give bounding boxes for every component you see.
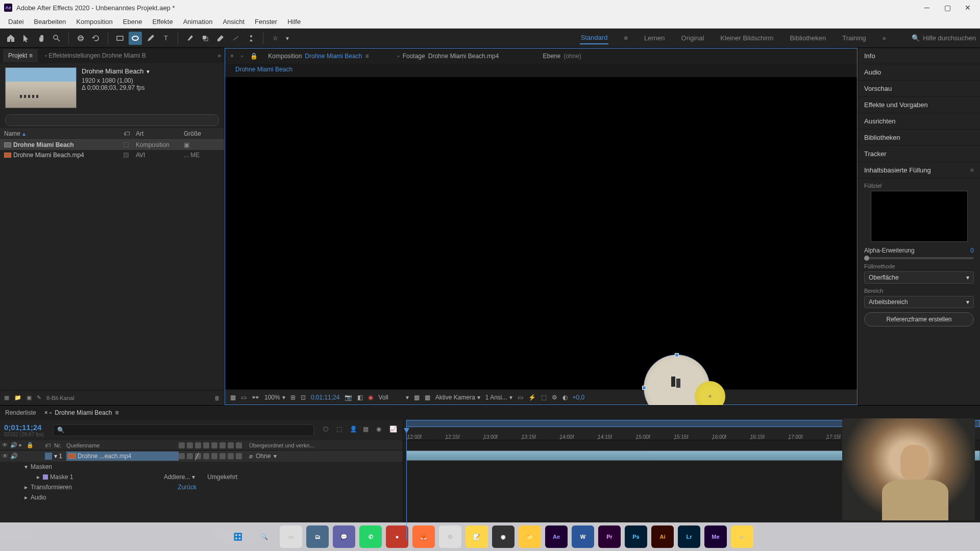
pen-tool[interactable] (144, 32, 157, 45)
menu-ansicht[interactable]: Ansicht (217, 16, 250, 28)
rectangle-tool[interactable] (113, 32, 127, 45)
resolution-icon[interactable]: ⊞ (290, 394, 296, 401)
prop-audio[interactable]: ▸ Audio (0, 492, 403, 503)
panel-content-aware-fill[interactable]: Inhaltsbasierte Füllung≡ (858, 162, 980, 179)
taskbar-overflow[interactable]: ▸ (731, 525, 753, 548)
label-swatch[interactable] (124, 142, 129, 147)
workspace-kleiner[interactable]: Kleiner Bildschirm (719, 32, 774, 44)
layer-label-swatch[interactable] (45, 453, 52, 460)
layer-fx[interactable] (203, 453, 209, 459)
taskbar-notes[interactable]: 📝 (465, 525, 488, 548)
layer-speaker-toggle[interactable]: 🔊 (10, 453, 17, 460)
hand-tool[interactable] (35, 32, 48, 45)
start-button[interactable]: ⊞ (227, 525, 249, 548)
close-button[interactable]: ✕ (964, 4, 972, 12)
taskbar-explorer[interactable]: 🗂 (306, 525, 329, 548)
layer-solo-toggle[interactable] (18, 453, 26, 460)
renderer-icon[interactable]: ⚙ (552, 394, 557, 401)
menu-hilfe[interactable]: Hilfe (282, 16, 306, 28)
mask-invert-checkbox[interactable]: Umgekehrt (207, 473, 237, 481)
project-search-input[interactable] (5, 114, 219, 126)
exposure-reset-icon[interactable]: ◐ (562, 394, 568, 401)
viewer-tab-layer[interactable]: Ebene (ohne) (540, 51, 584, 62)
zoom-dropdown[interactable]: 100% ▾ (264, 394, 285, 401)
text-tool[interactable]: T (159, 32, 173, 45)
viewer-timecode[interactable]: 0;01;11;24 (311, 394, 340, 401)
create-reference-frame-button[interactable]: Referenzframe erstellen (864, 312, 974, 327)
effect-controls-tab[interactable]: ▫ Effekteinstellungen Drohne Miami B (40, 49, 151, 62)
mask1-expand-caret[interactable]: ▸ (37, 473, 43, 481)
project-item-footage[interactable]: Drohne Miami Beach.mp4 AVI ... ME (0, 150, 224, 160)
maximize-button[interactable]: ▢ (943, 4, 951, 12)
speaker-column-icon[interactable]: 🔊 (10, 442, 17, 449)
viewer-tab-composition[interactable]: Komposition Drohne Miami Beach ≡ (265, 51, 372, 62)
layer-blur[interactable] (219, 453, 226, 459)
breadcrumb-comp[interactable]: Drohne Miami Beach (235, 66, 292, 73)
menu-animation[interactable]: Animation (178, 16, 218, 28)
taskbar-obs[interactable]: ◉ (492, 525, 514, 548)
panel-tracker[interactable]: Tracker (858, 146, 980, 162)
col-size[interactable]: Größe (184, 130, 220, 137)
taskbar-premiere[interactable]: Pr (598, 525, 621, 548)
panel-ausrichten[interactable]: Ausrichten (858, 113, 980, 130)
timeline-tab-comp[interactable]: × ▫ Drohne Miami Beach ≡ (44, 409, 119, 416)
workspace-training[interactable]: Training (841, 32, 867, 44)
views-dropdown[interactable]: 1 Ansi... ▾ (485, 394, 512, 401)
taskbar-firefox[interactable]: 🦊 (412, 525, 435, 548)
layer-quality[interactable]: ╱ (195, 453, 201, 459)
channel-icon[interactable]: ▭ (241, 394, 247, 401)
adjust-icon[interactable]: ✎ (37, 394, 41, 401)
fill-panel-menu-icon[interactable]: ≡ (970, 166, 974, 174)
prop-transform[interactable]: ▸ Transformieren Zurück (0, 482, 403, 492)
puppet-tool[interactable] (244, 32, 258, 45)
timeline-timecode[interactable]: 0;01;11;24 (4, 423, 44, 432)
taskbar-search[interactable]: 🔍 (253, 525, 276, 548)
alpha-expansion-slider[interactable] (864, 257, 974, 259)
taskbar-app1[interactable]: ⚙ (439, 525, 461, 548)
layer-3d[interactable] (236, 453, 242, 459)
panel-info[interactable]: Info (858, 48, 980, 64)
workspace-original[interactable]: Original (680, 32, 705, 44)
draft3d-icon[interactable]: ⬚ (336, 425, 346, 435)
taskbar-rec[interactable]: ● (386, 525, 408, 548)
transform-reset[interactable]: Zurück (178, 484, 401, 491)
roto-tool[interactable] (229, 32, 242, 45)
panel-vorschau[interactable]: Vorschau (858, 81, 980, 97)
layer-parent-dropdown[interactable]: ⌀ Ohne ▾ (249, 453, 401, 460)
minimize-button[interactable]: ─ (923, 4, 931, 12)
taskbar-media-encoder[interactable]: Me (704, 525, 727, 548)
col-name[interactable]: Name ▴ (4, 130, 121, 137)
home-tool[interactable] (4, 32, 17, 45)
label-column[interactable]: 🏷 (45, 442, 54, 448)
viewer-lock-icon[interactable]: 🔒 (250, 53, 258, 60)
taskbar-files[interactable]: 📁 (519, 525, 541, 548)
panel-audio[interactable]: Audio (858, 64, 980, 81)
taskbar-word[interactable]: W (572, 525, 594, 548)
layer-shy[interactable] (179, 453, 185, 459)
layer-lock-toggle[interactable] (27, 453, 34, 460)
orbit-tool[interactable] (74, 32, 87, 45)
frame-blend-icon[interactable]: ▦ (363, 425, 372, 435)
pickwhip-icon[interactable]: ⌀ (249, 453, 253, 460)
taskbar-after-effects[interactable]: Ae (545, 525, 568, 548)
taskbar-photoshop[interactable]: Ps (625, 525, 647, 548)
mask-mode-dropdown[interactable]: Addiere... (164, 473, 190, 481)
eraser-tool[interactable] (214, 32, 227, 45)
audio-expand-caret[interactable]: ▸ (24, 494, 31, 501)
layer-collapse[interactable] (187, 453, 193, 459)
masks-expand-caret[interactable]: ▾ (24, 463, 31, 470)
workspace-menu-icon[interactable]: ≡ (623, 32, 629, 44)
label-swatch[interactable] (124, 153, 129, 158)
timeline-tab-renderliste[interactable]: Renderliste (5, 409, 36, 416)
taskbar-illustrator[interactable]: Ai (651, 525, 674, 548)
menu-bearbeiten[interactable]: Bearbeiten (29, 16, 71, 28)
clone-tool[interactable] (199, 32, 212, 45)
exposure-value[interactable]: +0,0 (573, 394, 585, 401)
show-snapshot-icon[interactable]: ◧ (357, 394, 363, 401)
snapshot-icon[interactable]: 📷 (345, 394, 352, 401)
timeline-layer-1[interactable]: 👁 🔊 ▾ 1 Drohne ...each.mp4 ╱ (0, 450, 403, 462)
comp-flowchart-icon[interactable]: ⬡ (323, 425, 332, 435)
fast-preview-icon[interactable]: ⚡ (528, 394, 536, 401)
lock-column-icon[interactable]: 🔒 (27, 442, 34, 449)
mask-toggle-icon[interactable]: 👓 (252, 394, 259, 401)
